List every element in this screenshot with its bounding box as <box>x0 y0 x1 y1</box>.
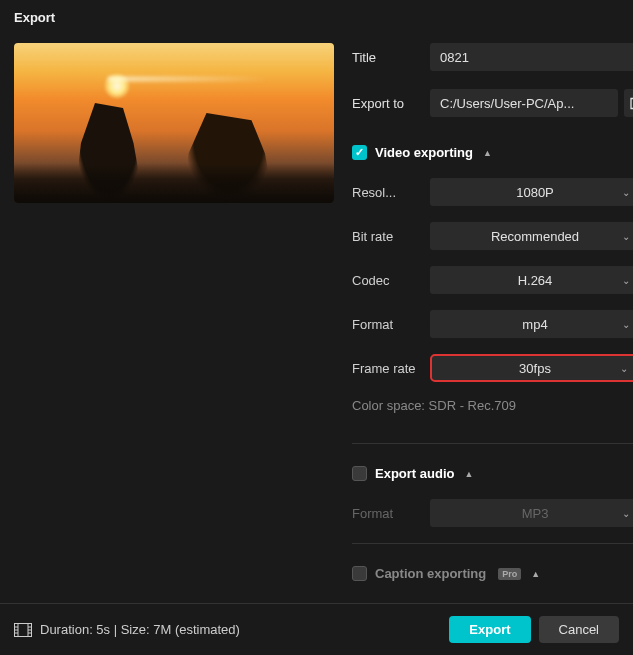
codec-row: Codec H.264 ⌄ <box>352 266 633 294</box>
chevron-up-icon: ▲ <box>483 148 492 158</box>
framerate-label: Frame rate <box>352 361 430 376</box>
audio-format-label: Format <box>352 506 430 521</box>
chevron-up-icon: ▲ <box>464 469 473 479</box>
caption-exporting-checkbox <box>352 566 367 581</box>
chevron-up-icon: ▲ <box>531 569 540 579</box>
chevron-down-icon: ⌄ <box>622 275 630 286</box>
export-to-label: Export to <box>352 96 430 111</box>
resolution-label: Resol... <box>352 185 430 200</box>
export-audio-checkbox[interactable] <box>352 466 367 481</box>
bitrate-label: Bit rate <box>352 229 430 244</box>
chevron-down-icon: ⌄ <box>622 508 630 519</box>
section-divider <box>352 543 633 544</box>
chevron-down-icon: ⌄ <box>622 319 630 330</box>
settings-scroll: ✓ Video exporting ▲ Resol... 1080P ⌄ Bit… <box>352 145 633 583</box>
codec-select[interactable]: H.264 ⌄ <box>430 266 633 294</box>
format-label: Format <box>352 317 430 332</box>
content-area: Title Export to ✓ Video exporting ▲ Reso… <box>0 35 633 583</box>
bitrate-select[interactable]: Recommended ⌄ <box>430 222 633 250</box>
video-exporting-checkbox[interactable]: ✓ <box>352 145 367 160</box>
export-path-input[interactable] <box>430 89 618 117</box>
export-audio-label: Export audio <box>375 466 454 481</box>
export-to-row: Export to <box>352 89 633 117</box>
cancel-button[interactable]: Cancel <box>539 616 619 643</box>
right-panel: Title Export to ✓ Video exporting ▲ Reso… <box>352 43 633 583</box>
codec-label: Codec <box>352 273 430 288</box>
video-exporting-section[interactable]: ✓ Video exporting ▲ <box>352 145 633 160</box>
framerate-select[interactable]: 30fps ⌄ <box>430 354 633 382</box>
video-exporting-label: Video exporting <box>375 145 473 160</box>
resolution-row: Resol... 1080P ⌄ <box>352 178 633 206</box>
film-icon <box>14 623 32 637</box>
export-button[interactable]: Export <box>449 616 530 643</box>
export-audio-section[interactable]: Export audio ▲ <box>352 466 633 481</box>
video-preview <box>14 43 334 203</box>
colorspace-info: Color space: SDR - Rec.709 <box>352 398 633 413</box>
pro-badge: Pro <box>498 568 521 580</box>
footer-info: Duration: 5s | Size: 7M (estimated) <box>14 622 441 637</box>
left-panel <box>14 43 334 583</box>
format-row: Format mp4 ⌄ <box>352 310 633 338</box>
caption-exporting-section: Caption exporting Pro ▲ <box>352 566 633 581</box>
dialog-title: Export <box>0 0 633 35</box>
title-label: Title <box>352 50 430 65</box>
bitrate-row: Bit rate Recommended ⌄ <box>352 222 633 250</box>
format-select[interactable]: mp4 ⌄ <box>430 310 633 338</box>
audio-format-select: MP3 ⌄ <box>430 499 633 527</box>
framerate-row: Frame rate 30fps ⌄ <box>352 354 633 382</box>
footer: Duration: 5s | Size: 7M (estimated) Expo… <box>0 603 633 655</box>
title-row: Title <box>352 43 633 71</box>
caption-exporting-label: Caption exporting <box>375 566 486 581</box>
chevron-down-icon: ⌄ <box>620 363 628 374</box>
chevron-down-icon: ⌄ <box>622 187 630 198</box>
audio-format-row: Format MP3 ⌄ <box>352 499 633 527</box>
chevron-down-icon: ⌄ <box>622 231 630 242</box>
section-divider <box>352 443 633 444</box>
browse-folder-button[interactable] <box>624 89 633 117</box>
title-input[interactable] <box>430 43 633 71</box>
resolution-select[interactable]: 1080P ⌄ <box>430 178 633 206</box>
